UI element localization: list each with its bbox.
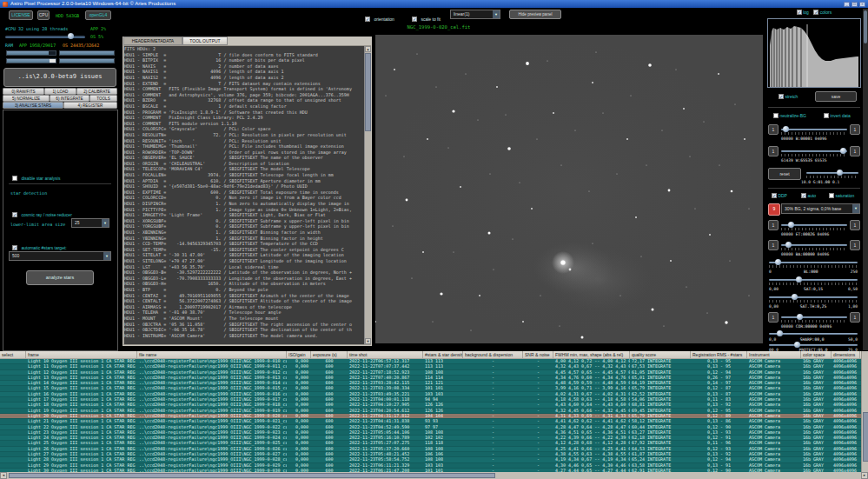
table-horizontal-scrollbar[interactable]: ◄ ► xyxy=(0,472,868,479)
step-button[interactable]: 1 xyxy=(850,312,860,323)
ddp-preset-select[interactable]: 30% BG, 2 sigma, 0,0% base▼ xyxy=(781,203,860,214)
step-button[interactable]: 1 xyxy=(850,240,860,250)
tab-load[interactable]: 1) LOAD xyxy=(44,88,76,95)
column-header[interactable]: time shot xyxy=(348,351,423,359)
slider-knob[interactable] xyxy=(783,126,789,132)
column-header[interactable]: SNR & noise xyxy=(523,351,553,359)
table-cell: ASCOM Camera xyxy=(747,386,801,390)
step-button[interactable]: 1 xyxy=(850,146,860,156)
tab-header-metadata[interactable]: HEADER/METADATA xyxy=(123,37,182,45)
threads-slider[interactable] xyxy=(5,36,85,38)
column-header[interactable]: dimensions xyxy=(832,351,860,359)
hide-preview-panel-button[interactable]: Hide preview panel xyxy=(509,10,561,19)
chevron-down-icon[interactable]: ▼ xyxy=(852,204,859,213)
saturation-checkbox[interactable]: saturation xyxy=(829,192,854,198)
slider-knob[interactable] xyxy=(797,314,803,320)
neutralize-bg-checkbox[interactable]: neutralize-BG xyxy=(773,112,806,118)
table-cell: 0,000 xyxy=(287,359,311,363)
slider-knob[interactable] xyxy=(796,276,802,283)
table-vertical-scrollbar[interactable] xyxy=(861,351,868,472)
log-checkbox[interactable]: ✓ log xyxy=(797,9,809,14)
zoom-mode-select[interactable]: linear(1)▼ xyxy=(450,10,500,19)
chevron-down-icon[interactable]: ▼ xyxy=(103,252,110,260)
column-header[interactable]: Registration RMS - #stars xyxy=(691,351,747,359)
table-cell: 58,12 INTEGRATE xyxy=(630,419,691,423)
column-header[interactable]: file name xyxy=(137,351,287,359)
column-header[interactable]: exposure (s) xyxy=(311,351,348,359)
ddp-checkbox[interactable]: ✓ DDP xyxy=(772,192,787,198)
lower-limit-select[interactable]: 25▼ xyxy=(71,218,109,228)
tab-register[interactable]: 4) REGISTER xyxy=(63,102,117,109)
reset-button[interactable]: reset xyxy=(768,168,801,180)
slider-knob[interactable] xyxy=(777,330,783,336)
save-button[interactable]: save xyxy=(815,91,857,102)
column-header[interactable]: select xyxy=(0,351,26,359)
scroll-down-icon[interactable]: ▼ xyxy=(365,338,371,344)
chevron-down-icon[interactable]: ▼ xyxy=(493,10,500,18)
tab-analyse-stars[interactable]: 3) ANALYSE STARS xyxy=(3,102,63,109)
step-button[interactable]: 1 xyxy=(850,124,860,135)
stretch-checkbox[interactable]: ✓ stretch xyxy=(779,93,798,99)
step-button[interactable]: 1 xyxy=(768,240,779,250)
column-header[interactable]: frame xyxy=(26,351,137,359)
table-cell: 0,000 xyxy=(287,386,311,390)
tab-tools[interactable]: TOOLS xyxy=(89,95,117,102)
slider-knob[interactable] xyxy=(792,294,798,300)
cpu-button[interactable]: CPU xyxy=(37,10,50,20)
tab-tool-output[interactable]: TOOL OUTPUT xyxy=(182,37,228,45)
column-header[interactable]: quality score xyxy=(630,351,691,359)
close-button[interactable]: × xyxy=(859,2,865,7)
column-header[interactable]: FWHM min, max, shape (abs & rel) xyxy=(553,351,630,359)
step-button[interactable]: 1 xyxy=(768,146,779,156)
step-button[interactable]: 1 xyxy=(768,312,779,323)
tab-integrate[interactable]: 6) INTEGRATE xyxy=(50,95,89,102)
slider-knob[interactable] xyxy=(840,148,846,154)
slider-knob[interactable] xyxy=(788,222,794,228)
table-cell: Light 15 Oxygen III session 1 CA STAR RE… xyxy=(26,386,137,390)
tab-calibrate[interactable]: 2) CALIBRATE xyxy=(76,88,117,95)
beta-issues-button[interactable]: ..is\2.0.0-beta9 issues xyxy=(3,68,116,87)
minimize-button[interactable]: _ xyxy=(844,2,850,7)
license-button[interactable]: LICENSE xyxy=(9,10,33,20)
chevron-down-icon[interactable]: ▼ xyxy=(102,219,109,227)
slider-knob[interactable] xyxy=(837,170,843,176)
cosmic-ray-checkbox[interactable]: ✓ cosmic ray / noise reducer xyxy=(12,206,72,222)
table-cell: 2022-11-22T06:57:12.317 xyxy=(348,359,423,363)
colors-checkbox[interactable]: ✓ colors xyxy=(813,9,832,14)
ddp-color-button[interactable]: 9 xyxy=(768,203,780,216)
auto-stars-select[interactable]: 500▼ xyxy=(9,251,111,261)
auto-checkbox[interactable]: ✓ auto xyxy=(801,192,816,198)
table-header[interactable]: selectframefile nameISO/gainexposure (s)… xyxy=(0,351,861,359)
maximize-button[interactable]: □ xyxy=(851,2,858,7)
scroll-up-icon[interactable]: ▲ xyxy=(365,46,371,52)
histogram[interactable] xyxy=(767,18,861,88)
tab-normalize[interactable]: 5) NORMALIZE xyxy=(3,95,50,102)
threads-slider-knob[interactable] xyxy=(68,33,74,39)
step-button[interactable]: 1 xyxy=(768,220,779,230)
step-button[interactable]: 1 xyxy=(768,124,779,135)
column-header[interactable]: background & dispersion xyxy=(463,351,523,359)
scroll-right-icon[interactable]: ► xyxy=(861,472,868,479)
table-cell: 93 93 xyxy=(423,419,463,423)
preview-image[interactable] xyxy=(375,35,763,343)
scroll-thumb[interactable] xyxy=(9,473,495,478)
column-header[interactable]: Instrument xyxy=(747,351,801,359)
slider-knob[interactable] xyxy=(775,259,781,265)
column-header[interactable]: color space xyxy=(801,351,832,359)
scroll-thumb[interactable] xyxy=(864,10,867,43)
fits-scroll-thumb[interactable] xyxy=(365,53,371,131)
slider-knob[interactable] xyxy=(785,242,792,248)
column-header[interactable]: ISO/gain xyxy=(287,351,311,359)
step-button[interactable]: 1 xyxy=(850,220,860,230)
slider-knob[interactable] xyxy=(794,342,800,348)
opengl-button[interactable]: openGL4 xyxy=(85,10,111,20)
scroll-left-icon[interactable]: ◄ xyxy=(0,472,7,479)
scroll-thumb[interactable] xyxy=(863,412,868,462)
analyze-stars-button[interactable]: analyze stars xyxy=(26,270,94,285)
column-header[interactable]: #stars & star density xyxy=(423,351,463,359)
table-cell: 94 94 xyxy=(423,397,463,402)
right-panel-scrollbar[interactable] xyxy=(863,9,868,350)
invert-data-checkbox[interactable]: invert data xyxy=(824,112,851,118)
fits-scrollbar[interactable]: ▲ ▼ xyxy=(364,46,371,344)
tab-rawfits[interactable]: 0) RAW/FITS xyxy=(3,88,44,95)
